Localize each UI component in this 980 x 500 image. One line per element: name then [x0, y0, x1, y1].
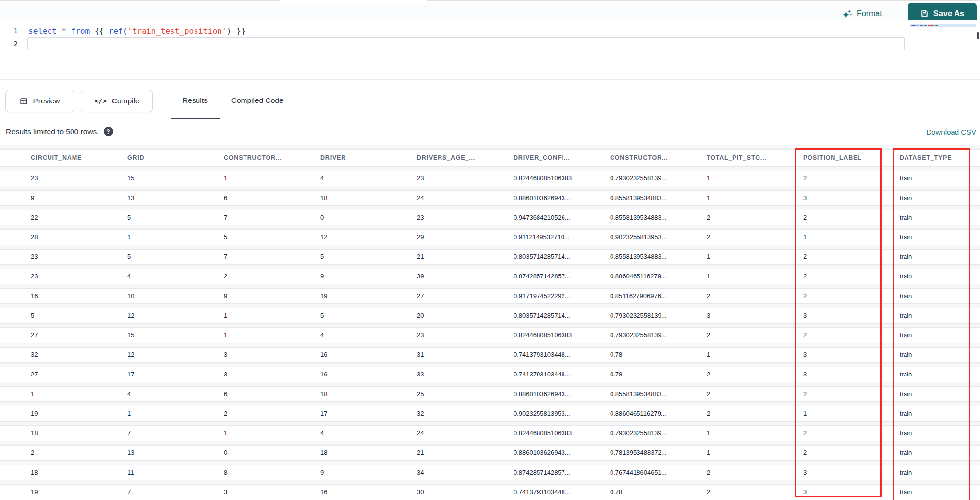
minimap-token: [917, 25, 919, 26]
table-cell: 2: [797, 328, 893, 343]
table-row: 197316300.7413793103448...0.7823train: [0, 484, 980, 500]
table-cell: 16: [24, 289, 121, 303]
table-cell: 0.8035714285714...: [507, 308, 604, 323]
table-cell: 0.7930232558139...: [604, 328, 700, 343]
table-cell: 5: [218, 230, 314, 245]
minimap-token: [935, 25, 938, 26]
table-cell: 6: [218, 387, 314, 401]
compile-button[interactable]: </> Compile: [81, 90, 153, 112]
table-row: 913618240.8860103626943...0.855813953488…: [0, 190, 980, 206]
table-row: 2717316330.7413793103448...0.7823train: [0, 367, 980, 382]
code-text: [27, 37, 905, 50]
table-cell: train: [893, 446, 980, 460]
code-line[interactable]: 1select * from {{ ref('train_test_positi…: [0, 25, 980, 37]
results-toolbar: Preview </> Compile ResultsCompiled Code: [0, 79, 980, 122]
table-cell: 1: [24, 387, 121, 401]
editor-tab-strip[interactable]: [0, 0, 980, 4]
table-cell: 1: [700, 446, 797, 460]
code-token: ref(: [109, 26, 128, 36]
column-header[interactable]: GRID: [121, 150, 218, 166]
table-cell: 0.7813953488372...: [604, 446, 700, 460]
minimap-token: [911, 25, 916, 26]
table-cell: train: [893, 230, 980, 245]
table-cell: 16: [314, 348, 411, 362]
code-token: }}: [231, 26, 245, 36]
table-cell: 4: [314, 426, 411, 441]
editor-scrollbar[interactable]: [977, 32, 979, 39]
format-label: Format: [857, 9, 882, 18]
table-cell: 12: [121, 348, 218, 362]
table-cell: 2: [797, 210, 893, 225]
table-cell: train: [893, 465, 980, 480]
table-cell: 4: [314, 171, 411, 186]
table-cell: 30: [411, 485, 507, 500]
table-cell: 5: [314, 250, 411, 264]
table-cell: 0.7413793103448...: [507, 348, 604, 362]
table-cell: 0.7674418604651...: [604, 465, 700, 480]
table-cell: 3: [797, 348, 893, 362]
code-line[interactable]: 2: [0, 37, 980, 50]
code-token: [66, 26, 71, 36]
table-cell: 2: [797, 289, 893, 303]
column-header[interactable]: CONSTRUCTOR...: [218, 150, 314, 166]
app-root: Format Save As 1select * from {{ ref('tr…: [0, 0, 980, 500]
line-number: 2: [0, 40, 18, 48]
column-header[interactable]: DRIVERS_AGE_...: [411, 150, 507, 166]
column-header[interactable]: DRIVER: [314, 150, 411, 166]
minimap-token: [920, 25, 923, 26]
preview-button[interactable]: Preview: [5, 90, 74, 112]
tab-results[interactable]: Results: [171, 80, 220, 121]
sparkles-icon: [842, 9, 852, 19]
table-cell: 19: [24, 406, 121, 421]
table-row: 18714240.8244680851063830.7930232558139.…: [0, 425, 980, 441]
tab-compiled-code[interactable]: Compiled Code: [220, 80, 295, 121]
table-cell: 23: [411, 328, 507, 343]
table-cell: 3: [797, 308, 893, 323]
question-circle-icon[interactable]: ?: [104, 127, 113, 136]
table-cell: train: [893, 406, 980, 421]
table-cell: 0.7930232558139...: [604, 426, 700, 441]
table-cell: 12: [121, 308, 218, 323]
editor-minimap[interactable]: [910, 24, 976, 27]
sql-editor[interactable]: 1select * from {{ ref('train_test_positi…: [0, 20, 980, 79]
table-cell: 3: [797, 485, 893, 500]
table-cell: 7: [218, 250, 314, 264]
table-cell: 0.9023255813953...: [604, 230, 700, 245]
table-cell: 2: [700, 485, 797, 500]
table-row: 22570230.9473684210526...0.8558139534883…: [0, 210, 980, 225]
table-cell: 18: [314, 446, 411, 460]
column-header[interactable]: TOTAL_PIT_STO...: [700, 150, 797, 166]
table-cell: 3: [797, 465, 893, 480]
table-cell: train: [893, 348, 980, 362]
table-row: 51215200.8035714285714...0.7930232558139…: [0, 308, 980, 324]
table-cell: 0.8035714285714...: [507, 250, 604, 264]
column-header[interactable]: DATASET_TYPE: [893, 150, 980, 166]
table-cell: 0.9112149532710...: [507, 230, 604, 245]
table-cell: 31: [411, 348, 507, 362]
table-cell: 1: [700, 250, 797, 264]
table-row: 14618250.8860103626943...0.8558139534883…: [0, 386, 980, 402]
code-token: ): [227, 26, 232, 36]
row-limit-text: Results limited to 500 rows. ?: [6, 127, 113, 136]
table-cell: train: [893, 387, 980, 401]
table-cell: 0.9171974522292...: [507, 289, 604, 303]
table-cell: 18: [314, 387, 411, 401]
table-cell: 12: [314, 230, 411, 245]
table-cell: 27: [411, 289, 507, 303]
table-cell: 19: [314, 289, 411, 303]
download-csv-link[interactable]: Download CSV: [926, 128, 976, 136]
column-header[interactable]: CONSTRUCTOR...: [604, 150, 700, 166]
table-cell: 0.7930232558139...: [604, 171, 700, 186]
column-header[interactable]: POSITION_LABEL: [797, 150, 893, 166]
minimap-token: [924, 25, 927, 26]
table-cell: 5: [24, 308, 121, 323]
table-cell: 7: [218, 210, 314, 225]
column-header[interactable]: CIRCUIT_NAME: [24, 150, 121, 166]
table-cell: 8: [218, 465, 314, 480]
column-header[interactable]: DRIVER_CONFI...: [507, 150, 604, 166]
table-cell: 7: [121, 485, 218, 500]
table-cell: 39: [411, 269, 507, 284]
table-cell: 1: [218, 171, 314, 186]
table-cell: 3: [797, 191, 893, 205]
code-token: *: [61, 26, 66, 36]
